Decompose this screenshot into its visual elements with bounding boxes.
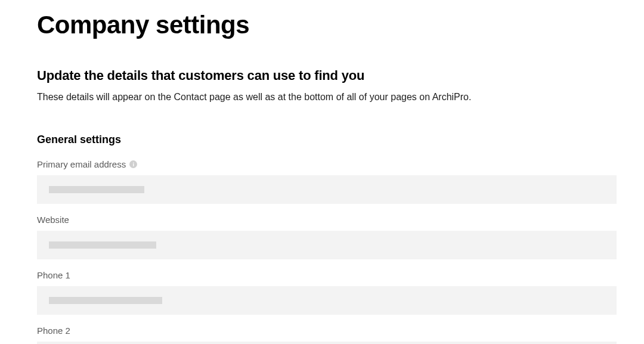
phone1-label: Phone 1 xyxy=(37,270,70,280)
redacted-value xyxy=(49,297,162,304)
website-input[interactable] xyxy=(37,231,617,259)
phone1-field-group: Phone 1 xyxy=(37,270,617,315)
page-title: Company settings xyxy=(37,11,617,39)
email-input[interactable] xyxy=(37,175,617,204)
website-field-group: Website xyxy=(37,215,617,259)
phone2-input[interactable] xyxy=(37,342,617,344)
redacted-value xyxy=(49,241,156,249)
email-label: Primary email address xyxy=(37,159,126,169)
website-label: Website xyxy=(37,215,69,225)
redacted-value xyxy=(49,186,144,193)
email-field-group: Primary email address i xyxy=(37,159,617,204)
phone1-input[interactable] xyxy=(37,286,617,315)
page-subtitle: Update the details that customers can us… xyxy=(37,68,617,83)
page-description: These details will appear on the Contact… xyxy=(37,92,617,103)
general-settings-heading: General settings xyxy=(37,134,617,146)
info-icon[interactable]: i xyxy=(129,160,137,168)
phone2-field-group: Phone 2 xyxy=(37,326,617,344)
phone2-label: Phone 2 xyxy=(37,326,70,336)
